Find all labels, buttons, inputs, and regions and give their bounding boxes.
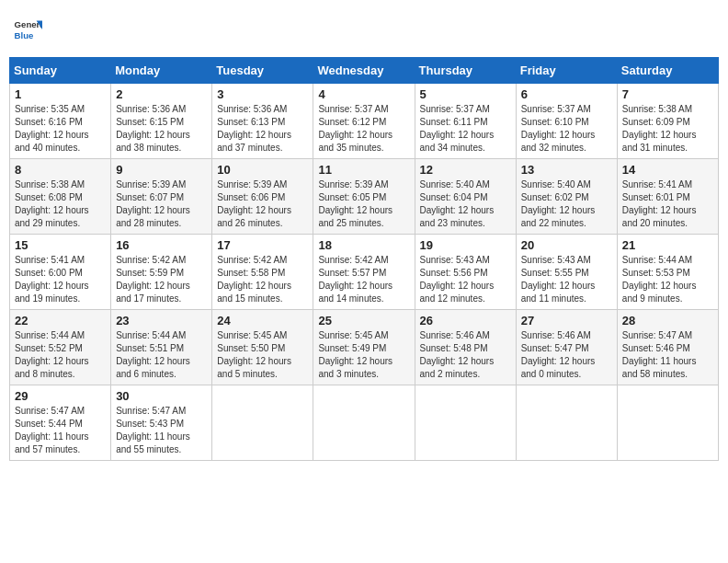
calendar-cell: 7Sunrise: 5:38 AMSunset: 6:09 PMDaylight… bbox=[617, 84, 718, 159]
day-number: 16 bbox=[116, 238, 207, 252]
day-info: Sunrise: 5:45 AMSunset: 5:50 PMDaylight:… bbox=[217, 329, 308, 381]
day-number: 12 bbox=[420, 163, 511, 177]
header: General Blue bbox=[9, 9, 719, 50]
calendar-cell: 21Sunrise: 5:44 AMSunset: 5:53 PMDayligh… bbox=[617, 235, 718, 310]
week-row-3: 15Sunrise: 5:41 AMSunset: 6:00 PMDayligh… bbox=[10, 235, 719, 310]
day-number: 7 bbox=[622, 87, 713, 101]
weekday-header-thursday: Thursday bbox=[415, 58, 516, 84]
calendar-cell: 18Sunrise: 5:42 AMSunset: 5:57 PMDayligh… bbox=[313, 235, 415, 310]
calendar-cell: 24Sunrise: 5:45 AMSunset: 5:50 PMDayligh… bbox=[212, 310, 313, 385]
week-row-4: 22Sunrise: 5:44 AMSunset: 5:52 PMDayligh… bbox=[10, 310, 719, 385]
calendar-header: SundayMondayTuesdayWednesdayThursdayFrid… bbox=[10, 58, 719, 84]
calendar-cell: 11Sunrise: 5:39 AMSunset: 6:05 PMDayligh… bbox=[313, 159, 415, 235]
calendar-cell: 25Sunrise: 5:45 AMSunset: 5:49 PMDayligh… bbox=[313, 310, 415, 385]
day-info: Sunrise: 5:39 AMSunset: 6:05 PMDaylight:… bbox=[318, 178, 409, 230]
day-info: Sunrise: 5:41 AMSunset: 6:00 PMDaylight:… bbox=[15, 254, 106, 305]
day-number: 1 bbox=[15, 87, 106, 101]
calendar-cell bbox=[212, 385, 313, 461]
calendar-cell: 12Sunrise: 5:40 AMSunset: 6:04 PMDayligh… bbox=[415, 159, 516, 235]
day-number: 25 bbox=[318, 314, 409, 327]
day-info: Sunrise: 5:36 AMSunset: 6:13 PMDaylight:… bbox=[217, 103, 308, 155]
day-info: Sunrise: 5:42 AMSunset: 5:58 PMDaylight:… bbox=[217, 254, 308, 305]
week-row-1: 1Sunrise: 5:35 AMSunset: 6:16 PMDaylight… bbox=[10, 84, 719, 159]
calendar-cell: 30Sunrise: 5:47 AMSunset: 5:43 PMDayligh… bbox=[111, 385, 212, 461]
day-info: Sunrise: 5:44 AMSunset: 5:53 PMDaylight:… bbox=[622, 254, 713, 305]
weekday-header-saturday: Saturday bbox=[617, 58, 718, 84]
weekday-header-tuesday: Tuesday bbox=[212, 58, 313, 84]
calendar-cell: 13Sunrise: 5:40 AMSunset: 6:02 PMDayligh… bbox=[516, 159, 617, 235]
week-row-2: 8Sunrise: 5:38 AMSunset: 6:08 PMDaylight… bbox=[10, 159, 719, 235]
calendar-cell: 5Sunrise: 5:37 AMSunset: 6:11 PMDaylight… bbox=[415, 84, 516, 159]
calendar-cell: 27Sunrise: 5:46 AMSunset: 5:47 PMDayligh… bbox=[516, 310, 617, 385]
day-info: Sunrise: 5:47 AMSunset: 5:46 PMDaylight:… bbox=[622, 329, 713, 381]
day-info: Sunrise: 5:43 AMSunset: 5:56 PMDaylight:… bbox=[420, 254, 511, 305]
day-number: 13 bbox=[521, 163, 612, 177]
day-number: 21 bbox=[622, 238, 713, 252]
day-info: Sunrise: 5:38 AMSunset: 6:09 PMDaylight:… bbox=[622, 103, 713, 155]
calendar-cell: 6Sunrise: 5:37 AMSunset: 6:10 PMDaylight… bbox=[516, 84, 617, 159]
day-info: Sunrise: 5:40 AMSunset: 6:04 PMDaylight:… bbox=[420, 178, 511, 230]
calendar-cell: 3Sunrise: 5:36 AMSunset: 6:13 PMDaylight… bbox=[212, 84, 313, 159]
day-info: Sunrise: 5:35 AMSunset: 6:16 PMDaylight:… bbox=[15, 103, 106, 155]
calendar-cell: 26Sunrise: 5:46 AMSunset: 5:48 PMDayligh… bbox=[415, 310, 516, 385]
calendar-cell: 28Sunrise: 5:47 AMSunset: 5:46 PMDayligh… bbox=[617, 310, 718, 385]
day-number: 11 bbox=[318, 163, 409, 177]
calendar-cell: 29Sunrise: 5:47 AMSunset: 5:44 PMDayligh… bbox=[10, 385, 111, 461]
day-number: 6 bbox=[521, 87, 612, 101]
day-number: 9 bbox=[116, 163, 207, 177]
calendar-cell: 15Sunrise: 5:41 AMSunset: 6:00 PMDayligh… bbox=[10, 235, 111, 310]
calendar-cell: 20Sunrise: 5:43 AMSunset: 5:55 PMDayligh… bbox=[516, 235, 617, 310]
calendar-cell: 22Sunrise: 5:44 AMSunset: 5:52 PMDayligh… bbox=[10, 310, 111, 385]
day-number: 4 bbox=[318, 87, 409, 101]
calendar-cell bbox=[415, 385, 516, 461]
weekday-header-friday: Friday bbox=[516, 58, 617, 84]
day-info: Sunrise: 5:39 AMSunset: 6:07 PMDaylight:… bbox=[116, 178, 207, 230]
calendar-cell: 17Sunrise: 5:42 AMSunset: 5:58 PMDayligh… bbox=[212, 235, 313, 310]
day-number: 26 bbox=[420, 314, 511, 327]
day-info: Sunrise: 5:47 AMSunset: 5:44 PMDaylight:… bbox=[15, 405, 106, 456]
logo-icon: General Blue bbox=[13, 15, 42, 44]
calendar-cell: 23Sunrise: 5:44 AMSunset: 5:51 PMDayligh… bbox=[111, 310, 212, 385]
day-number: 28 bbox=[622, 314, 713, 327]
calendar-cell: 8Sunrise: 5:38 AMSunset: 6:08 PMDaylight… bbox=[10, 159, 111, 235]
day-info: Sunrise: 5:37 AMSunset: 6:12 PMDaylight:… bbox=[318, 103, 409, 155]
day-number: 3 bbox=[217, 87, 308, 101]
day-info: Sunrise: 5:46 AMSunset: 5:48 PMDaylight:… bbox=[420, 329, 511, 381]
day-info: Sunrise: 5:45 AMSunset: 5:49 PMDaylight:… bbox=[318, 329, 409, 381]
day-info: Sunrise: 5:40 AMSunset: 6:02 PMDaylight:… bbox=[521, 178, 612, 230]
day-number: 10 bbox=[217, 163, 308, 177]
calendar-cell bbox=[617, 385, 718, 461]
day-info: Sunrise: 5:41 AMSunset: 6:01 PMDaylight:… bbox=[622, 178, 713, 230]
weekday-header-monday: Monday bbox=[111, 58, 212, 84]
day-number: 30 bbox=[116, 389, 207, 403]
svg-text:Blue: Blue bbox=[15, 30, 34, 40]
week-row-5: 29Sunrise: 5:47 AMSunset: 5:44 PMDayligh… bbox=[10, 385, 719, 461]
day-number: 29 bbox=[15, 389, 106, 403]
calendar-cell: 10Sunrise: 5:39 AMSunset: 6:06 PMDayligh… bbox=[212, 159, 313, 235]
weekday-header-sunday: Sunday bbox=[10, 58, 111, 84]
day-info: Sunrise: 5:44 AMSunset: 5:52 PMDaylight:… bbox=[15, 329, 106, 381]
calendar-cell: 16Sunrise: 5:42 AMSunset: 5:59 PMDayligh… bbox=[111, 235, 212, 310]
logo: General Blue bbox=[13, 15, 46, 44]
day-number: 2 bbox=[116, 87, 207, 101]
calendar-cell: 9Sunrise: 5:39 AMSunset: 6:07 PMDaylight… bbox=[111, 159, 212, 235]
day-info: Sunrise: 5:38 AMSunset: 6:08 PMDaylight:… bbox=[15, 178, 106, 230]
day-info: Sunrise: 5:42 AMSunset: 5:59 PMDaylight:… bbox=[116, 254, 207, 305]
day-number: 27 bbox=[521, 314, 612, 327]
day-number: 15 bbox=[15, 238, 106, 252]
day-number: 8 bbox=[15, 163, 106, 177]
calendar-cell: 1Sunrise: 5:35 AMSunset: 6:16 PMDaylight… bbox=[10, 84, 111, 159]
day-number: 18 bbox=[318, 238, 409, 252]
day-number: 17 bbox=[217, 238, 308, 252]
day-info: Sunrise: 5:36 AMSunset: 6:15 PMDaylight:… bbox=[116, 103, 207, 155]
calendar-cell: 2Sunrise: 5:36 AMSunset: 6:15 PMDaylight… bbox=[111, 84, 212, 159]
calendar-cell: 14Sunrise: 5:41 AMSunset: 6:01 PMDayligh… bbox=[617, 159, 718, 235]
weekday-row: SundayMondayTuesdayWednesdayThursdayFrid… bbox=[10, 58, 719, 84]
day-number: 24 bbox=[217, 314, 308, 327]
day-number: 23 bbox=[116, 314, 207, 327]
day-number: 22 bbox=[15, 314, 106, 327]
day-info: Sunrise: 5:47 AMSunset: 5:43 PMDaylight:… bbox=[116, 405, 207, 456]
day-info: Sunrise: 5:44 AMSunset: 5:51 PMDaylight:… bbox=[116, 329, 207, 381]
calendar-body: 1Sunrise: 5:35 AMSunset: 6:16 PMDaylight… bbox=[10, 84, 719, 461]
calendar-cell: 4Sunrise: 5:37 AMSunset: 6:12 PMDaylight… bbox=[313, 84, 415, 159]
